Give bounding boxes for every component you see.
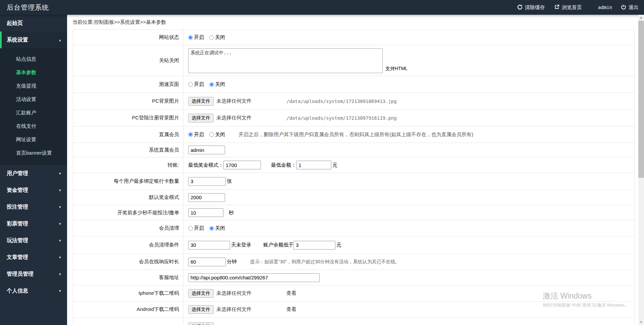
- row-pc-login-background: PC登陆注册背景图片 选择文件 未选择任何文件 /data/uploads/sy…: [73, 110, 635, 126]
- direct-member-note: 开启之后，删除用户其下级用户归直属会员所有，否则归其上级所有(如其上级不存在，也…: [238, 131, 473, 138]
- field-label: 默认奖金模式: [73, 190, 183, 205]
- refresh-icon: [517, 4, 523, 11]
- field-label: 关站关闭: [73, 45, 183, 76]
- clear-cache-button[interactable]: 清除缓存: [517, 4, 545, 11]
- row-online-timeout: 会员在线响应时长 分钟 提示：如设置“30”，则用户超过30分钟没有活动，系统认…: [73, 254, 635, 270]
- row-site-status: 网站状态 开启 关闭: [73, 30, 635, 45]
- field-label: 开奖前多少秒不能投注/撤单: [73, 205, 183, 220]
- field-label: 会员在线响应时长: [73, 254, 183, 270]
- submenu-item-activity[interactable]: 活动设置: [0, 93, 67, 106]
- member-clean-on-radio[interactable]: [188, 226, 193, 231]
- field-label: 会员清理: [73, 220, 183, 236]
- sidebar-item-funds-mgmt[interactable]: 资金管理▼: [0, 182, 67, 199]
- field-label: 会员清理条件: [73, 236, 183, 254]
- clean-days-input[interactable]: [188, 241, 230, 250]
- submenu-item-banner-settings[interactable]: 首页banner设置: [0, 146, 67, 160]
- pc-login-bg-choose-file-button[interactable]: 选择文件: [188, 114, 214, 122]
- row-speed-page: 测速页面 开启 关闭: [73, 76, 635, 93]
- header-actions: 清除缓存 浏览首页 admin 退出: [517, 4, 639, 11]
- system-settings-submenu: 站点信息 基本参数 充值提现 活动设置 汇款账户 在线支付 网址设置 首页ban…: [0, 48, 67, 165]
- direct-member-on-radio[interactable]: [188, 132, 193, 137]
- site-status-on-radio[interactable]: [188, 35, 193, 40]
- sidebar: 起始页 系统设置 ▲ 站点信息 基本参数 充值提现 活动设置 汇款账户 在线支付…: [0, 15, 67, 325]
- sidebar-item-system-settings[interactable]: 系统设置 ▲: [0, 32, 67, 48]
- iphone-qr-choose-file-button[interactable]: 选择文件: [188, 289, 214, 298]
- row-max-bank-cards: 每个用户最多绑定银行卡数量 张: [73, 173, 635, 190]
- submenu-item-remit-account[interactable]: 汇款账户: [0, 106, 67, 119]
- sidebar-item-play-mgmt[interactable]: 玩法管理▼: [0, 232, 67, 249]
- row-service-url: 客服地址: [73, 270, 635, 285]
- direct-member-off-radio[interactable]: [209, 132, 214, 137]
- scrollbar-thumb[interactable]: [638, 21, 644, 178]
- system-direct-member-input[interactable]: [188, 146, 225, 154]
- vertical-scrollbar[interactable]: ▲ ▼: [638, 15, 644, 325]
- submenu-item-basic-params[interactable]: 基本参数: [0, 66, 67, 79]
- sidebar-item-user-mgmt[interactable]: 用户管理▼: [0, 165, 67, 182]
- android-qr-choose-file-button[interactable]: 选择文件: [188, 305, 214, 314]
- html-support-note: 支持HTML: [385, 66, 408, 72]
- chevron-up-icon: ▲: [58, 38, 62, 42]
- max-bank-cards-input[interactable]: [188, 177, 226, 186]
- row-android-qr: Android下载二维码 选择文件 未选择任何文件 查看: [73, 302, 635, 318]
- min-bonus-input[interactable]: [223, 161, 261, 169]
- bet-cutoff-input[interactable]: [188, 208, 223, 217]
- online-timeout-input[interactable]: [188, 258, 226, 266]
- sidebar-item-admin-mgmt[interactable]: 管理员管理▼: [0, 266, 67, 282]
- field-label: 客服地址: [73, 270, 183, 285]
- min-amount-input[interactable]: [296, 161, 331, 169]
- submenu-item-url-settings[interactable]: 网址设置: [0, 133, 67, 146]
- field-label: 每个用户最多绑定银行卡数量: [73, 173, 183, 189]
- main-content: 当前位置:控制面板>>系统设置>>基本参数 网站状态 开启 关闭 关站关闭 系统…: [67, 15, 638, 325]
- logout-button[interactable]: 退出: [621, 4, 639, 11]
- browse-home-button[interactable]: 浏览首页: [554, 4, 582, 11]
- app-title: 后台管理系统: [7, 3, 49, 12]
- seconds-unit: 秒: [229, 210, 234, 216]
- row-transfer: 转账: 最低奖金模式： 最低金额： 元: [73, 157, 635, 173]
- speed-page-off-radio[interactable]: [209, 82, 214, 87]
- scroll-down-arrow[interactable]: ▼: [638, 319, 644, 325]
- chevron-down-icon: ▼: [58, 205, 62, 209]
- field-label: [73, 318, 183, 325]
- balance-below-input[interactable]: [293, 241, 335, 250]
- scroll-up-arrow[interactable]: ▲: [638, 15, 644, 20]
- sidebar-item-personal-info[interactable]: 个人信息▼: [0, 282, 67, 299]
- submenu-item-site-info[interactable]: 站点信息: [0, 52, 67, 66]
- member-clean-off-radio[interactable]: [209, 226, 214, 231]
- android-qr-view-link[interactable]: 查看: [286, 306, 297, 313]
- pc-bg-choose-file-button[interactable]: 选择文件: [188, 97, 214, 106]
- field-label: 测速页面: [73, 76, 183, 93]
- default-bonus-input[interactable]: [188, 193, 225, 202]
- choose-file-button[interactable]: 选择文件: [188, 322, 214, 325]
- no-file-text: 未选择任何文件: [216, 306, 252, 313]
- iphone-qr-view-link[interactable]: 查看: [286, 290, 297, 296]
- days-not-login-unit: 天未登录: [231, 242, 251, 248]
- service-url-input[interactable]: [188, 273, 320, 282]
- speed-page-on-radio[interactable]: [188, 82, 193, 87]
- no-file-text: 未选择任何文件: [216, 290, 252, 296]
- field-label: 系统直属会员: [73, 143, 183, 157]
- sidebar-item-bet-mgmt[interactable]: 投注管理▼: [0, 199, 67, 215]
- site-status-off-radio[interactable]: [209, 35, 214, 40]
- chevron-down-icon: ▼: [58, 256, 62, 259]
- breadcrumb: 当前位置:控制面板>>系统设置>>基本参数: [67, 15, 638, 30]
- sidebar-item-home[interactable]: 起始页: [0, 15, 67, 32]
- chevron-down-icon: ▼: [58, 172, 62, 175]
- row-system-direct-member: 系统直属会员: [73, 143, 635, 157]
- chevron-down-icon: ▼: [58, 188, 62, 192]
- sidebar-item-article-mgmt[interactable]: 文章管理▼: [0, 249, 67, 266]
- row-member-clean-condition: 会员清理条件 天未登录 账户余额低于 元: [73, 236, 635, 254]
- row-bet-cutoff-seconds: 开奖前多少秒不能投注/撤单 秒: [73, 205, 635, 220]
- chevron-down-icon: ▼: [58, 222, 62, 226]
- field-label: PC登陆注册背景图片: [73, 110, 183, 126]
- submenu-item-online-pay[interactable]: 在线支付: [0, 119, 67, 133]
- online-timeout-hint: 提示：如设置“30”，则用户超过30分钟没有活动，系统认为其已不在线。: [250, 259, 400, 265]
- row-partial: 选择文件: [73, 318, 635, 325]
- sidebar-item-lottery-mgmt[interactable]: 彩票管理▼: [0, 215, 67, 232]
- no-file-text: 未选择任何文件: [216, 115, 252, 121]
- close-site-notice-textarea[interactable]: 系统正在调试中...: [188, 48, 383, 73]
- field-label: Iphone下载二维码: [73, 285, 183, 301]
- submenu-item-recharge-withdraw[interactable]: 充值提现: [0, 79, 67, 93]
- external-link-icon: [554, 4, 559, 10]
- row-default-bonus-mode: 默认奖金模式: [73, 190, 635, 205]
- power-icon: [621, 4, 626, 11]
